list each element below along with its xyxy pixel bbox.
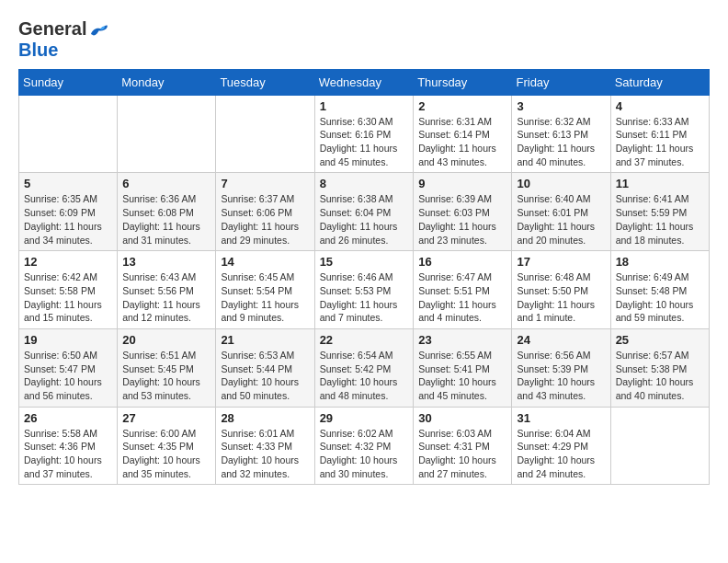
calendar-day-header: Wednesday <box>314 69 414 95</box>
day-number: 23 <box>418 333 506 347</box>
day-info: Sunrise: 6:31 AM Sunset: 6:14 PM Dayligh… <box>418 115 506 169</box>
day-info: Sunrise: 6:33 AM Sunset: 6:11 PM Dayligh… <box>616 115 704 169</box>
day-number: 7 <box>221 177 309 190</box>
day-info: Sunrise: 6:49 AM Sunset: 5:48 PM Dayligh… <box>616 270 704 325</box>
calendar-cell: 26Sunrise: 5:58 AM Sunset: 4:36 PM Dayli… <box>19 407 118 485</box>
calendar-cell: 18Sunrise: 6:49 AM Sunset: 5:48 PM Dayli… <box>610 251 709 329</box>
logo-blue-text: Blue <box>18 40 58 60</box>
calendar-cell: 30Sunrise: 6:03 AM Sunset: 4:31 PM Dayli… <box>414 407 512 485</box>
day-info: Sunrise: 6:01 AM Sunset: 4:33 PM Dayligh… <box>221 427 309 481</box>
calendar-cell: 12Sunrise: 6:42 AM Sunset: 5:58 PM Dayli… <box>19 251 118 329</box>
calendar-day-header: Saturday <box>610 69 709 95</box>
day-number: 9 <box>418 177 506 190</box>
day-number: 20 <box>122 333 210 347</box>
day-info: Sunrise: 6:00 AM Sunset: 4:35 PM Dayligh… <box>122 427 210 481</box>
day-info: Sunrise: 6:45 AM Sunset: 5:54 PM Dayligh… <box>221 270 309 325</box>
day-number: 21 <box>221 333 309 347</box>
calendar-day-header: Tuesday <box>216 69 314 95</box>
calendar-cell: 23Sunrise: 6:55 AM Sunset: 5:41 PM Dayli… <box>414 328 512 407</box>
calendar-cell: 27Sunrise: 6:00 AM Sunset: 4:35 PM Dayli… <box>118 407 216 485</box>
calendar-cell: 10Sunrise: 6:40 AM Sunset: 6:01 PM Dayli… <box>512 173 610 251</box>
day-info: Sunrise: 6:57 AM Sunset: 5:38 PM Dayligh… <box>616 349 704 403</box>
day-info: Sunrise: 6:48 AM Sunset: 5:50 PM Dayligh… <box>517 270 605 325</box>
day-number: 10 <box>517 177 605 190</box>
logo: General Blue <box>18 18 108 60</box>
logo-bird-icon <box>88 21 108 40</box>
day-number: 3 <box>517 99 605 113</box>
day-info: Sunrise: 6:03 AM Sunset: 4:31 PM Dayligh… <box>418 427 506 481</box>
calendar-day-header: Monday <box>118 69 216 95</box>
day-info: Sunrise: 6:04 AM Sunset: 4:29 PM Dayligh… <box>517 427 605 481</box>
day-info: Sunrise: 6:02 AM Sunset: 4:32 PM Dayligh… <box>320 427 409 481</box>
day-number: 2 <box>418 99 506 113</box>
calendar-week-row: 12Sunrise: 6:42 AM Sunset: 5:58 PM Dayli… <box>19 251 710 329</box>
calendar-cell: 1Sunrise: 6:30 AM Sunset: 6:16 PM Daylig… <box>314 95 414 173</box>
calendar-week-row: 26Sunrise: 5:58 AM Sunset: 4:36 PM Dayli… <box>19 407 710 485</box>
day-info: Sunrise: 6:51 AM Sunset: 5:45 PM Dayligh… <box>122 349 210 403</box>
page-container: General Blue SundayMondayTuesdayWednesda… <box>0 0 728 494</box>
calendar-week-row: 19Sunrise: 6:50 AM Sunset: 5:47 PM Dayli… <box>19 328 710 407</box>
day-number: 26 <box>24 411 112 425</box>
calendar-cell: 5Sunrise: 6:35 AM Sunset: 6:09 PM Daylig… <box>19 173 118 251</box>
calendar-day-header: Sunday <box>19 69 118 95</box>
day-info: Sunrise: 6:37 AM Sunset: 6:06 PM Dayligh… <box>221 192 309 247</box>
day-number: 6 <box>122 177 210 190</box>
day-number: 31 <box>517 411 605 425</box>
day-number: 28 <box>221 411 309 425</box>
calendar-cell <box>216 95 314 173</box>
day-number: 18 <box>616 255 704 269</box>
day-number: 15 <box>320 255 409 269</box>
calendar-week-row: 5Sunrise: 6:35 AM Sunset: 6:09 PM Daylig… <box>19 173 710 251</box>
day-number: 13 <box>122 255 210 269</box>
day-info: Sunrise: 6:54 AM Sunset: 5:42 PM Dayligh… <box>320 349 409 403</box>
calendar-cell: 8Sunrise: 6:38 AM Sunset: 6:04 PM Daylig… <box>314 173 414 251</box>
day-number: 14 <box>221 255 309 269</box>
calendar-cell: 16Sunrise: 6:47 AM Sunset: 5:51 PM Dayli… <box>414 251 512 329</box>
calendar-cell: 4Sunrise: 6:33 AM Sunset: 6:11 PM Daylig… <box>610 95 709 173</box>
day-number: 4 <box>616 99 704 113</box>
day-number: 12 <box>24 255 112 269</box>
day-number: 16 <box>418 255 506 269</box>
calendar-cell: 25Sunrise: 6:57 AM Sunset: 5:38 PM Dayli… <box>610 328 709 407</box>
calendar-cell: 15Sunrise: 6:46 AM Sunset: 5:53 PM Dayli… <box>314 251 414 329</box>
day-number: 30 <box>418 411 506 425</box>
calendar-cell: 28Sunrise: 6:01 AM Sunset: 4:33 PM Dayli… <box>216 407 314 485</box>
day-info: Sunrise: 6:53 AM Sunset: 5:44 PM Dayligh… <box>221 349 309 403</box>
calendar-cell: 17Sunrise: 6:48 AM Sunset: 5:50 PM Dayli… <box>512 251 610 329</box>
day-info: Sunrise: 6:32 AM Sunset: 6:13 PM Dayligh… <box>517 115 605 169</box>
day-info: Sunrise: 6:47 AM Sunset: 5:51 PM Dayligh… <box>418 270 506 325</box>
day-info: Sunrise: 6:30 AM Sunset: 6:16 PM Dayligh… <box>320 115 409 169</box>
day-info: Sunrise: 6:43 AM Sunset: 5:56 PM Dayligh… <box>122 270 210 325</box>
day-number: 29 <box>320 411 409 425</box>
day-number: 25 <box>616 333 704 347</box>
day-number: 11 <box>616 177 704 190</box>
calendar-cell: 21Sunrise: 6:53 AM Sunset: 5:44 PM Dayli… <box>216 328 314 407</box>
calendar-cell: 24Sunrise: 6:56 AM Sunset: 5:39 PM Dayli… <box>512 328 610 407</box>
calendar-cell: 9Sunrise: 6:39 AM Sunset: 6:03 PM Daylig… <box>414 173 512 251</box>
calendar-cell: 11Sunrise: 6:41 AM Sunset: 5:59 PM Dayli… <box>610 173 709 251</box>
calendar-cell <box>118 95 216 173</box>
day-info: Sunrise: 6:42 AM Sunset: 5:58 PM Dayligh… <box>24 270 112 325</box>
calendar-cell: 2Sunrise: 6:31 AM Sunset: 6:14 PM Daylig… <box>414 95 512 173</box>
day-number: 24 <box>517 333 605 347</box>
calendar-cell: 19Sunrise: 6:50 AM Sunset: 5:47 PM Dayli… <box>19 328 118 407</box>
calendar-cell: 7Sunrise: 6:37 AM Sunset: 6:06 PM Daylig… <box>216 173 314 251</box>
calendar-cell: 20Sunrise: 6:51 AM Sunset: 5:45 PM Dayli… <box>118 328 216 407</box>
day-info: Sunrise: 6:40 AM Sunset: 6:01 PM Dayligh… <box>517 192 605 247</box>
calendar-cell: 6Sunrise: 6:36 AM Sunset: 6:08 PM Daylig… <box>118 173 216 251</box>
day-info: Sunrise: 6:39 AM Sunset: 6:03 PM Dayligh… <box>418 192 506 247</box>
calendar-day-header: Thursday <box>414 69 512 95</box>
calendar-cell: 29Sunrise: 6:02 AM Sunset: 4:32 PM Dayli… <box>314 407 414 485</box>
day-info: Sunrise: 6:35 AM Sunset: 6:09 PM Dayligh… <box>24 192 112 247</box>
day-number: 5 <box>24 177 112 190</box>
calendar-cell: 14Sunrise: 6:45 AM Sunset: 5:54 PM Dayli… <box>216 251 314 329</box>
day-number: 22 <box>320 333 409 347</box>
day-number: 8 <box>320 177 409 190</box>
day-number: 19 <box>24 333 112 347</box>
day-info: Sunrise: 6:56 AM Sunset: 5:39 PM Dayligh… <box>517 349 605 403</box>
day-number: 17 <box>517 255 605 269</box>
calendar-day-header: Friday <box>512 69 610 95</box>
day-info: Sunrise: 5:58 AM Sunset: 4:36 PM Dayligh… <box>24 427 112 481</box>
calendar-cell: 31Sunrise: 6:04 AM Sunset: 4:29 PM Dayli… <box>512 407 610 485</box>
header-area: General Blue <box>18 18 710 60</box>
